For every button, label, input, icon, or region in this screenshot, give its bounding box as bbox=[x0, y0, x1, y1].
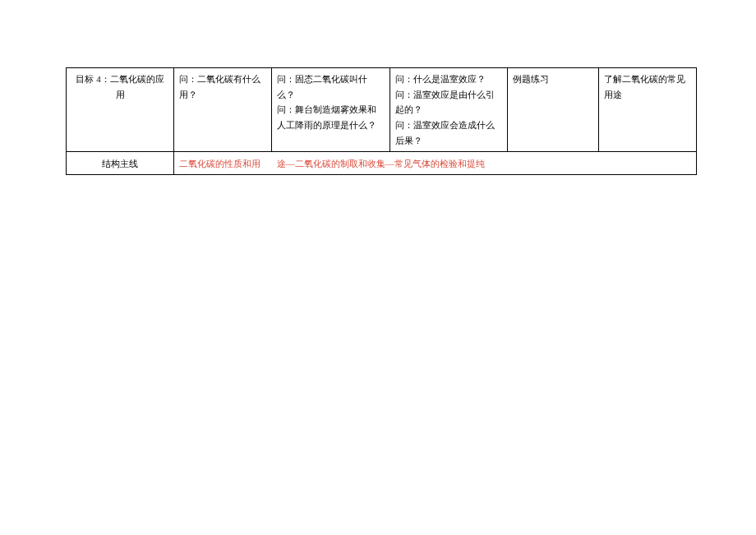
table-container: 目标 4：二氧化碳的应用 问：二氧化碳有什么用？ 问：固态二氧化碳叫什么？ 问：… bbox=[66, 67, 697, 175]
question-1-text: 问：二氧化碳有什么用？ bbox=[179, 74, 260, 99]
cell-objective: 了解二氧化碳的常见用途 bbox=[598, 68, 696, 152]
cell-exercise: 例题练习 bbox=[507, 68, 598, 152]
cell-question-2: 问：固态二氧化碳叫什么？ 问：舞台制造烟雾效果和人工降雨的原理是什么？ bbox=[272, 68, 390, 152]
table-row-goal: 目标 4：二氧化碳的应用 问：二氧化碳有什么用？ 问：固态二氧化碳叫什么？ 问：… bbox=[67, 68, 697, 152]
question-3-text: 问：什么是温室效应？ 问：温室效应是由什么引起的？ 问：温室效应会造成什么后果？ bbox=[395, 74, 495, 145]
cell-goal-label: 目标 4：二氧化碳的应用 bbox=[67, 68, 174, 152]
cell-question-1: 问：二氧化碳有什么用？ bbox=[174, 68, 272, 152]
question-2-text: 问：固态二氧化碳叫什么？ 问：舞台制造烟雾效果和人工降雨的原理是什么？ bbox=[277, 74, 376, 130]
document-page: 目标 4：二氧化碳的应用 问：二氧化碳有什么用？ 问：固态二氧化碳叫什么？ 问：… bbox=[0, 0, 756, 535]
objective-text: 了解二氧化碳的常见用途 bbox=[604, 74, 685, 99]
exercise-text: 例题练习 bbox=[513, 74, 549, 84]
cell-structure-content-1: 二氧化碳的性质和用 bbox=[174, 152, 272, 175]
cell-structure-label: 结构主线 bbox=[67, 152, 174, 175]
structure-content-2-text: 途—二氧化碳的制取和收集—常见气体的检验和提纯 bbox=[277, 159, 485, 168]
structure-label-text: 结构主线 bbox=[102, 159, 138, 168]
goal-label-text: 目标 4：二氧化碳的应用 bbox=[76, 74, 164, 99]
table-row-structure: 结构主线 二氧化碳的性质和用 途—二氧化碳的制取和收集—常见气体的检验和提纯 bbox=[67, 152, 697, 175]
lesson-table: 目标 4：二氧化碳的应用 问：二氧化碳有什么用？ 问：固态二氧化碳叫什么？ 问：… bbox=[66, 67, 697, 175]
cell-structure-content-2: 途—二氧化碳的制取和收集—常见气体的检验和提纯 bbox=[272, 152, 697, 175]
structure-content-1-text: 二氧化碳的性质和用 bbox=[179, 159, 260, 168]
cell-question-3: 问：什么是温室效应？ 问：温室效应是由什么引起的？ 问：温室效应会造成什么后果？ bbox=[390, 68, 507, 152]
